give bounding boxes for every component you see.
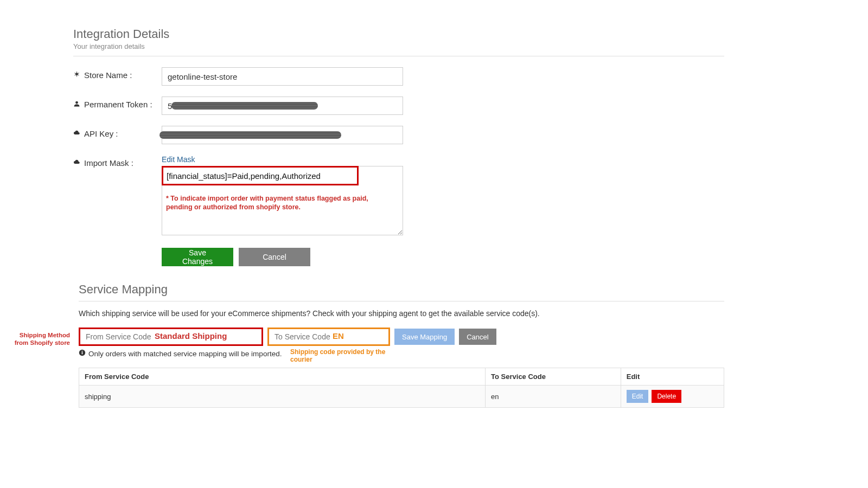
row-import-mask: Import Mask : Edit Mask [financial_statu… — [73, 155, 724, 237]
import-mask-textarea[interactable] — [162, 166, 403, 235]
edit-row-button[interactable]: Edit — [627, 390, 649, 403]
redacted-token — [171, 102, 318, 110]
cancel-mapping-button[interactable]: Cancel — [459, 329, 496, 345]
cancel-button[interactable]: Cancel — [239, 248, 310, 266]
mapping-input-row: Standard Shipping EN Save Mapping Cancel — [79, 328, 724, 346]
th-from: From Service Code — [79, 368, 486, 386]
form-buttons: Save Changes Cancel — [162, 248, 724, 266]
label-permanent-token: Permanent Token : — [73, 97, 162, 109]
svg-rect-2 — [82, 351, 83, 352]
row-api-key: API Key : — [73, 126, 724, 144]
cloud-icon — [73, 158, 81, 168]
th-edit: Edit — [621, 368, 724, 386]
save-mapping-button[interactable]: Save Mapping — [394, 329, 455, 345]
shipping-code-annotation: Shipping code provided by the courier — [290, 348, 399, 364]
label-import-mask: Import Mask : — [73, 155, 162, 168]
user-icon — [73, 100, 81, 109]
divider — [79, 301, 724, 301]
edit-mask-link[interactable]: Edit Mask — [162, 155, 195, 164]
cell-actions: Edit Delete — [621, 386, 724, 408]
to-service-code-input[interactable] — [267, 328, 390, 346]
redacted-api-key — [159, 131, 341, 139]
label-store-name: Store Name : — [73, 67, 162, 80]
service-mapping-description: Which shipping service will be used for … — [79, 309, 724, 318]
asterisk-icon — [73, 70, 81, 80]
cell-to: en — [486, 386, 621, 408]
page-title: Integration Details — [73, 27, 724, 41]
from-service-code-input[interactable] — [79, 328, 263, 346]
row-permanent-token: Permanent Token : — [73, 97, 724, 115]
page-subtitle: Your integration details — [73, 42, 724, 50]
table-row: shipping en Edit Delete — [79, 386, 724, 408]
info-icon — [79, 349, 86, 358]
service-mapping-title: Service Mapping — [79, 282, 724, 297]
divider — [73, 56, 724, 56]
label-api-key: API Key : — [73, 126, 162, 138]
info-line: Only orders with matched service mapping… — [79, 349, 724, 358]
th-to: To Service Code — [486, 368, 621, 386]
service-mapping-table: From Service Code To Service Code Edit s… — [79, 368, 724, 408]
cloud-icon — [73, 129, 81, 138]
store-name-input[interactable] — [162, 67, 403, 86]
row-store-name: Store Name : — [73, 67, 724, 86]
svg-rect-1 — [82, 352, 83, 354]
save-button[interactable]: Save Changes — [162, 248, 233, 266]
shipping-method-annotation: Shipping Method from Shopify store — [8, 332, 70, 347]
cell-from: shipping — [79, 386, 486, 408]
delete-row-button[interactable]: Delete — [652, 390, 681, 403]
